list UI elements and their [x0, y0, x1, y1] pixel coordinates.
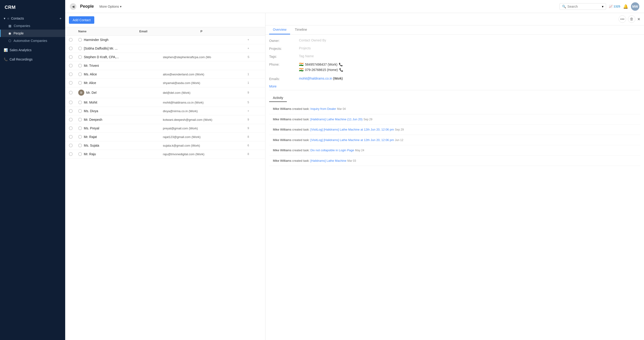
detail-panel: 🗑 ✕ Overview Timeline Owner: Contact Own…: [266, 13, 644, 340]
table-row[interactable]: Ms. Preyalpreyal@gmail.com (Work)9: [65, 124, 265, 133]
activity-entry: Mike Williams created task: [VisitLog] […: [269, 124, 640, 135]
contact-name: Mr. Raju: [84, 152, 96, 156]
contact-checkbox[interactable]: [69, 135, 73, 139]
contact-extra-cell: 8: [248, 152, 262, 156]
activity-task-link[interactable]: Div not collapsible in Login Page: [310, 148, 354, 152]
notification-badge[interactable]: 📈 1325: [609, 5, 620, 8]
tags-value[interactable]: Tag Name: [299, 54, 640, 58]
table-row[interactable]: Mr. Rajuraju@trivonedigital.com (Work)8: [65, 150, 265, 158]
search-dropdown-icon[interactable]: ▾: [602, 5, 604, 8]
contact-checkbox[interactable]: [69, 118, 73, 121]
contact-checkbox[interactable]: [69, 109, 73, 113]
avatar[interactable]: MW: [631, 2, 639, 11]
contact-avatar-empty: [78, 55, 82, 59]
contact-extra-cell: 5: [248, 101, 262, 104]
contact-avatar-empty: [78, 144, 82, 147]
more-options-button[interactable]: More Options ▾: [98, 4, 124, 9]
table-row[interactable]: Mr. Mohitmohit@haldirams.co.in (Work)5: [65, 98, 265, 107]
contact-checkbox[interactable]: [69, 100, 73, 104]
search-input[interactable]: [568, 5, 600, 8]
sidebar-item-people[interactable]: ◉ People: [0, 29, 65, 37]
table-row[interactable]: Stephen D Kraft, CPA,...stephen@stephenk…: [65, 53, 265, 61]
contact-checkbox[interactable]: [69, 91, 73, 94]
call-recordings-header[interactable]: 📞 Call Recordings: [0, 56, 65, 63]
table-row[interactable]: Mr. Aliceshyamal@asda.com (Work)1: [65, 79, 265, 87]
activity-entry: Mike Williams created task: [Halidrams] …: [269, 156, 640, 166]
contact-checkbox[interactable]: [69, 72, 73, 76]
table-row[interactable]: DMr. Deldel@del.com (Work)9: [65, 87, 265, 98]
contacts-group-header[interactable]: ▾ ○ Contacts +: [0, 15, 65, 22]
dot2: [622, 19, 623, 19]
table-row[interactable]: Ms. Sujatasujata.k@gmail.com (Work)6: [65, 141, 265, 150]
contact-name-cell: Mr. Raju: [78, 152, 163, 156]
contact-checkbox[interactable]: [69, 152, 73, 156]
table-row[interactable]: Mr. Rajatrajat123@gmail.com (Work)8: [65, 133, 265, 141]
search-icon: 🔍: [562, 5, 566, 8]
collapse-sidebar-button[interactable]: ◀: [70, 3, 76, 10]
sidebar-item-automotive-label: Automotive Companies: [14, 39, 47, 42]
activity-task-link[interactable]: [VisitLog] [Halidrams] Lathe Machine at …: [310, 128, 394, 131]
contact-name: Mr. Mohit: [84, 100, 97, 104]
activity-task-link[interactable]: Inquiry from Dealer: [310, 107, 336, 110]
page-title: People: [80, 4, 94, 9]
add-contact-button[interactable]: Add Contact: [69, 16, 94, 24]
contact-email-cell: alice@wonderland.com (Work): [163, 73, 248, 76]
table-row[interactable]: [Sobha Daffodils] Mr. ...+: [65, 44, 265, 53]
activity-entry: Mike Williams created task: Div not coll…: [269, 145, 640, 156]
contact-checkbox[interactable]: [69, 126, 73, 130]
detail-more-button[interactable]: [618, 15, 626, 23]
more-link[interactable]: More: [269, 84, 640, 88]
contact-avatar-empty: [78, 81, 82, 85]
detail-delete-button[interactable]: 🗑: [628, 15, 636, 23]
contacts-add-icon[interactable]: +: [60, 16, 62, 20]
table-row[interactable]: Mr. Deepeshkotwani.deepesh@gmail.com (Wo…: [65, 115, 265, 124]
contact-checkbox[interactable]: [69, 46, 73, 50]
call-icon-2[interactable]: 📞: [339, 68, 343, 72]
sidebar-item-companies[interactable]: ▦ Companies: [0, 22, 65, 29]
activity-entry: Mike Williams created task: [VisitLog] […: [269, 135, 640, 145]
contact-name: Ms. Preyal: [84, 126, 99, 130]
contact-extra-cell: 1: [248, 73, 262, 76]
owner-label: Owner:: [269, 38, 297, 42]
projects-label: Projects:: [269, 46, 297, 50]
projects-value[interactable]: Projects: [299, 46, 640, 50]
owner-value[interactable]: Contact Owned By: [299, 38, 640, 42]
more-options-label: More Options: [100, 5, 119, 8]
contact-checkbox[interactable]: [69, 81, 73, 85]
table-row[interactable]: Ms. Divyadivya@nirma.co.in (Work)+: [65, 107, 265, 115]
contact-checkbox[interactable]: [69, 64, 73, 67]
contact-name: Mr. Deepesh: [84, 118, 102, 121]
contact-name: Ms. Alice: [84, 72, 97, 76]
contact-extra-cell: 6: [248, 144, 262, 147]
search-box[interactable]: 🔍 ▾: [560, 3, 606, 10]
sidebar-item-automotive-companies[interactable]: ⬡ Automotive Companies: [0, 37, 65, 44]
table-row[interactable]: Harminder SIngh+: [65, 36, 265, 44]
table-row[interactable]: Ms. Alicealice@wonderland.com (Work)1: [65, 70, 265, 79]
table-header: Name Email P: [65, 27, 265, 36]
contact-name-cell: Mr. Triveni: [78, 64, 163, 67]
phone-entries: 🇮🇳 584957498437 (Work) 📞 🇮🇳 079-26768615…: [299, 62, 640, 73]
contact-email-cell: raju@trivonedigital.com (Work): [163, 152, 248, 156]
activity-task-link[interactable]: [Halidrams] Lathe Machine (11 Jun 20): [310, 117, 362, 121]
detail-close-button[interactable]: ✕: [637, 17, 640, 21]
activity-tab[interactable]: Activity: [269, 94, 287, 102]
table-row[interactable]: Mr. Triveni: [65, 61, 265, 70]
call-icon-1[interactable]: 📞: [339, 63, 343, 66]
activity-task-link[interactable]: [VisitLog] [Halidrams] Lathe Machine at …: [310, 138, 394, 142]
contact-name-cell: Harminder SIngh: [78, 38, 163, 42]
contact-name: Stephen D Kraft, CPA,...: [84, 55, 119, 59]
contact-checkbox[interactable]: [69, 144, 73, 147]
bell-icon[interactable]: 🔔: [623, 4, 628, 9]
contact-checkbox[interactable]: [69, 38, 73, 42]
sales-analytics-header[interactable]: 📊 Sales Analytics: [0, 46, 65, 54]
top-header: ◀ People More Options ▾ 🔍 ▾ 📈 1325 🔔 MW: [65, 0, 644, 13]
tab-timeline[interactable]: Timeline: [291, 25, 310, 34]
contact-name-cell: Ms. Alice: [78, 72, 163, 76]
dot1: [620, 19, 622, 19]
contact-checkbox[interactable]: [69, 55, 73, 59]
activity-task-link[interactable]: [Halidrams] Lathe Machine: [310, 159, 346, 162]
email-link[interactable]: mohit@haldirams.co.in: [299, 76, 332, 80]
contact-name: Mr. Del: [86, 91, 96, 94]
tab-overview[interactable]: Overview: [269, 25, 290, 34]
activity-date: Sep 29: [364, 118, 372, 121]
